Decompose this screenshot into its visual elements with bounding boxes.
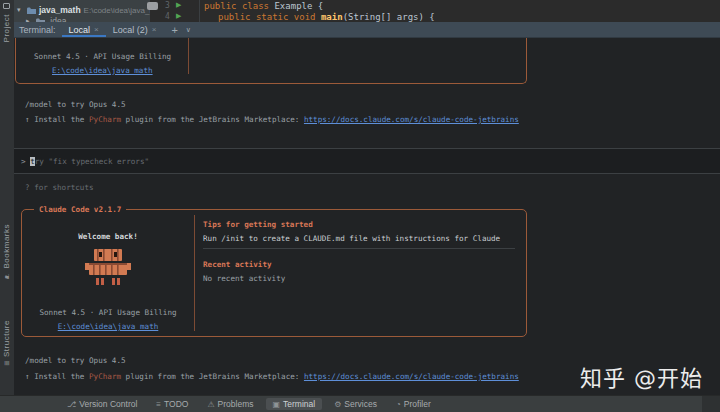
sidebar-item-bookmarks-label: Bookmarks	[2, 224, 11, 269]
toolbar-item-terminal[interactable]: ▣Terminal	[266, 398, 323, 410]
close-icon[interactable]: ×	[152, 25, 157, 34]
terminal-panel-label: Terminal:	[19, 25, 56, 35]
recent-activity-title: Recent activity	[203, 260, 272, 269]
todo-list-icon: ≡	[156, 400, 161, 409]
sidebar-item-project[interactable]: Project	[2, 14, 11, 42]
marketplace-link[interactable]: https://docs.claude.com/s/claude-code-je…	[304, 372, 519, 381]
terminal-tab-local-2-label: Local (2)	[113, 25, 148, 35]
project-tree: ▾ java_math E:\code\idea\java_math ▸ .id…	[14, 0, 150, 22]
warning-icon: ⚠	[207, 400, 214, 409]
resize-grip[interactable]	[702, 396, 720, 412]
install-plugin-line: ↑ Install the PyCharm plugin from the Je…	[25, 115, 519, 124]
claude-welcome-box: Claude Code v2.1.7 Welcome back!	[21, 209, 527, 337]
line-number: 3	[165, 1, 170, 10]
sidebar-item-structure[interactable]: ≣ Structure	[2, 320, 11, 366]
toolbar-item-label: Services	[344, 399, 377, 409]
toolbar-item-label: Profiler	[404, 399, 431, 409]
gear-icon: ⚙	[334, 400, 341, 409]
model-hint-line: /model to try Opus 4.5	[25, 356, 126, 365]
new-terminal-button[interactable]: +	[171, 24, 177, 36]
line-number: 4	[165, 12, 170, 21]
toolbar-item-todo[interactable]: ≡TODO	[149, 398, 195, 410]
toolbar-item-version-control[interactable]: ⎇Version Control	[60, 398, 144, 410]
code-line-2: public static void main(String[] args) {	[218, 12, 435, 22]
terminal-output[interactable]: Sonnet 4.5 · API Usage Billing E:\code\i…	[14, 38, 720, 395]
cwd-link[interactable]: E:\code\idea\java_math	[58, 322, 159, 331]
cwd-link-wrap: E:\code\idea\java_math	[22, 322, 194, 331]
code-line-1: public class Example {	[204, 1, 323, 12]
box-column-divider	[194, 215, 195, 331]
cwd-link[interactable]: E:\code\idea\java_math	[52, 66, 153, 75]
toolbar-item-label: TODO	[164, 399, 188, 409]
tips-body: Run /init to create a CLAUDE.md file wit…	[203, 234, 500, 243]
shortcuts-hint: ? for shortcuts	[25, 183, 94, 192]
run-icon[interactable]: ▶	[176, 1, 181, 9]
prompt-input[interactable]: > try "fix typecheck errors"	[14, 148, 720, 174]
welcome-back-text: Welcome back!	[22, 232, 194, 241]
gauge-icon: ◔	[396, 400, 401, 409]
close-icon[interactable]: ×	[94, 25, 99, 34]
up-arrow-icon: ↑	[25, 372, 34, 381]
ide-window: Project ⚑ Bookmarks ≣ Structure ▾ java_m…	[0, 0, 720, 412]
box-column-divider	[188, 38, 189, 74]
up-arrow-icon: ↑	[25, 115, 34, 124]
chevron-down-icon[interactable]: ▾	[17, 6, 24, 14]
toolbar-item-label: Terminal	[283, 399, 315, 409]
tree-scrollbar-thumb[interactable]	[147, 2, 158, 10]
toolbar-item-profiler[interactable]: ◔Profiler	[389, 398, 438, 410]
sidebar-item-structure-label: Structure	[2, 320, 11, 357]
model-hint-line: /model to try Opus 4.5	[25, 100, 126, 109]
marketplace-link[interactable]: https://docs.claude.com/s/claude-code-je…	[304, 115, 519, 124]
terminal-tab-local-label: Local	[69, 25, 91, 35]
toolbar-item-services[interactable]: ⚙Services	[327, 398, 384, 410]
toolbar-item-label: Problems	[218, 399, 254, 409]
code-editor[interactable]: public class Example { public static voi…	[204, 0, 237, 22]
branch-icon: ⎇	[67, 400, 76, 409]
chevron-down-icon[interactable]: ∨	[186, 26, 191, 34]
prompt-placeholder: ry "fix typecheck errors"	[35, 157, 149, 166]
terminal-tab-bar: Terminal: Local× Local (2)× + ∨	[14, 22, 720, 38]
structure-icon: ≣	[3, 360, 10, 366]
model-billing-line: Sonnet 4.5 · API Usage Billing	[22, 308, 194, 317]
tree-root-path: E:\code\idea\java_math	[84, 6, 150, 15]
claude-box-title: Claude Code v2.1.7	[34, 205, 126, 214]
sidebar-item-bookmarks[interactable]: ⚑ Bookmarks	[2, 224, 11, 280]
tips-title: Tips for getting started	[203, 220, 313, 229]
tool-window-bar: ⎇Version Control ≡TODO ⚠Problems ▣Termin…	[0, 395, 720, 412]
prompt-marker: >	[21, 157, 30, 166]
zhihu-watermark: 知乎 @开始	[580, 360, 703, 392]
run-icon[interactable]: ▶	[176, 12, 181, 20]
tree-row-idea[interactable]: ▸ .idea	[26, 12, 66, 22]
editor-top-strip: ▾ java_math E:\code\idea\java_math ▸ .id…	[14, 0, 720, 22]
tips-divider	[203, 248, 515, 249]
install-plugin-line: ↑ Install the PyCharm plugin from the Je…	[25, 372, 519, 381]
claude-welcome-box-previous: Sonnet 4.5 · API Usage Billing E:\code\i…	[15, 38, 527, 84]
claude-mascot-logo	[22, 248, 194, 292]
model-billing-line: Sonnet 4.5 · API Usage Billing	[34, 52, 171, 61]
terminal-tab-local-2[interactable]: Local (2)×	[106, 22, 164, 37]
project-tool-icon[interactable]	[3, 3, 10, 9]
left-tool-stripe: Project ⚑ Bookmarks ≣ Structure	[0, 0, 14, 395]
bookmarks-icon: ⚑	[3, 271, 10, 280]
toolbar-item-problems[interactable]: ⚠Problems	[200, 398, 260, 410]
folder-icon	[36, 12, 45, 22]
terminal-tab-local[interactable]: Local×	[62, 22, 106, 37]
recent-activity-body: No recent activity	[203, 274, 285, 283]
terminal-icon: ▣	[273, 400, 281, 409]
toolbar-item-label: Version Control	[79, 399, 137, 409]
